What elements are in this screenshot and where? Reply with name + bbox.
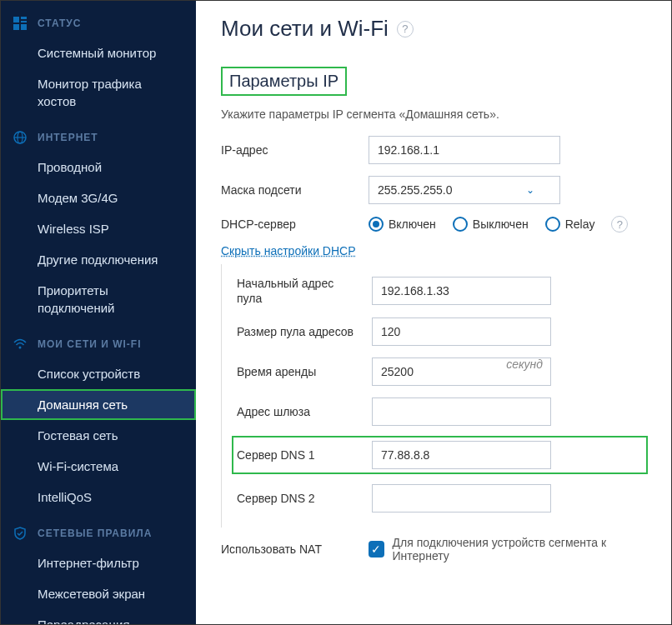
- row-dns2: Сервер DNS 2: [237, 484, 646, 512]
- sidebar-item-guest-network[interactable]: Гостевая сеть: [1, 420, 196, 451]
- section-desc: Укажите параметры IP сегмента «Домашняя …: [221, 108, 646, 121]
- label-pool-size: Размер пула адресов: [237, 324, 362, 339]
- nav-section-title: СЕТЕВЫЕ ПРАВИЛА: [38, 528, 152, 539]
- nav-section-header-networks[interactable]: МОИ СЕТИ И WI-FI: [1, 330, 196, 358]
- svg-point-8: [19, 347, 22, 349]
- shield-icon: [13, 526, 28, 541]
- row-gateway: Адрес шлюза: [237, 398, 646, 426]
- nat-checkbox-row: ✓ Для подключения устройств сегмента к И…: [369, 536, 646, 562]
- radio-dhcp-relay[interactable]: Relay: [545, 217, 595, 232]
- sidebar-item-home-network[interactable]: Домашняя сеть: [1, 389, 196, 420]
- row-lease-time: Время аренды секунд: [237, 358, 646, 386]
- radio-dhcp-off[interactable]: Выключен: [453, 217, 529, 232]
- row-pool-start: Начальный адрес пула: [237, 276, 646, 306]
- dhcp-radio-group: Включен Выключен Relay ?: [369, 216, 628, 232]
- input-wrap-lease: секунд: [372, 358, 551, 386]
- input-dns2[interactable]: [372, 484, 551, 512]
- row-ip-address: IP-адрес: [221, 136, 646, 164]
- nav-section-rules: СЕТЕВЫЕ ПРАВИЛА Интернет-фильтр Межсетев…: [1, 519, 196, 624]
- page-title-text: Мои сети и Wi-Fi: [221, 16, 389, 42]
- svg-rect-3: [13, 24, 19, 30]
- sidebar-item-device-list[interactable]: Список устройств: [1, 358, 196, 389]
- row-dns1: Сервер DNS 1: [233, 438, 646, 472]
- sidebar: СТАТУС Системный монитор Монитор трафика…: [1, 1, 196, 624]
- label-dns2: Сервер DNS 2: [237, 491, 362, 506]
- sidebar-item-traffic-monitor[interactable]: Монитор трафика хостов: [1, 68, 196, 117]
- sidebar-item-wireless-isp[interactable]: Wireless ISP: [1, 213, 196, 244]
- input-lease[interactable]: [372, 358, 551, 386]
- globe-icon: [13, 130, 28, 145]
- checkbox-nat[interactable]: ✓: [369, 541, 384, 558]
- nav-section-title: СТАТУС: [38, 18, 81, 29]
- section-title-ip: Параметры IP: [221, 67, 347, 96]
- nav-section-title: ИНТЕРНЕТ: [38, 132, 98, 143]
- input-pool-start[interactable]: [372, 277, 551, 305]
- select-mask[interactable]: 255.255.255.0 ⌄: [369, 176, 560, 204]
- radio-icon: [453, 217, 468, 232]
- input-dns1[interactable]: [372, 441, 551, 469]
- help-icon[interactable]: ?: [397, 21, 414, 38]
- radio-label: Relay: [565, 218, 595, 231]
- sidebar-item-forwarding[interactable]: Переадресация: [1, 609, 196, 624]
- input-pool-size[interactable]: [372, 318, 551, 346]
- wifi-icon: [13, 337, 28, 352]
- main-content: Мои сети и Wi-Fi ? Параметры IP Укажите …: [196, 1, 671, 624]
- sidebar-item-intelliqos[interactable]: IntelliQoS: [1, 482, 196, 512]
- radio-icon: [545, 217, 560, 232]
- nav-section-header-internet[interactable]: ИНТЕРНЕТ: [1, 123, 196, 152]
- link-hide-dhcp[interactable]: Скрыть настройки DHCP: [221, 244, 356, 258]
- label-nat: Использовать NAT: [221, 542, 359, 557]
- row-dhcp-server: DHCP-сервер Включен Выключен Relay ?: [221, 216, 646, 232]
- sidebar-item-wired[interactable]: Проводной: [1, 152, 196, 182]
- chevron-down-icon: ⌄: [526, 184, 534, 196]
- nav-section-header-status[interactable]: СТАТУС: [1, 9, 196, 38]
- svg-rect-1: [21, 17, 27, 19]
- row-nat: Использовать NAT ✓ Для подключения устро…: [221, 536, 646, 562]
- label-dhcp: DHCP-сервер: [221, 217, 359, 232]
- sidebar-item-system-monitor[interactable]: Системный монитор: [1, 38, 196, 68]
- nav-section-status: СТАТУС Системный монитор Монитор трафика…: [1, 9, 196, 117]
- radio-label: Выключен: [473, 218, 529, 231]
- radio-dhcp-on[interactable]: Включен: [369, 217, 436, 232]
- label-pool-start: Начальный адрес пула: [237, 276, 362, 306]
- nav-section-networks: МОИ СЕТИ И WI-FI Список устройств Домашн…: [1, 330, 196, 512]
- label-dns1: Сервер DNS 1: [237, 448, 362, 462]
- svg-rect-4: [21, 24, 27, 30]
- page-title: Мои сети и Wi-Fi ?: [221, 16, 646, 42]
- nav-section-internet: ИНТЕРНЕТ Проводной Модем 3G/4G Wireless …: [1, 123, 196, 323]
- row-subnet-mask: Маска подсети 255.255.255.0 ⌄: [221, 176, 646, 204]
- sidebar-item-wifi-system[interactable]: Wi-Fi-система: [1, 451, 196, 482]
- label-lease: Время аренды: [237, 364, 362, 379]
- row-pool-size: Размер пула адресов: [237, 318, 646, 346]
- label-ip: IP-адрес: [221, 142, 359, 158]
- svg-rect-2: [21, 21, 27, 22]
- svg-rect-0: [13, 17, 19, 22]
- sidebar-item-priority[interactable]: Приоритеты подключений: [1, 275, 196, 323]
- select-mask-value: 255.255.255.0: [378, 183, 453, 197]
- nat-desc: Для подключения устройств сегмента к Инт…: [393, 536, 646, 562]
- label-gateway: Адрес шлюза: [237, 404, 362, 419]
- dashboard-icon: [13, 16, 28, 31]
- sidebar-item-other-connections[interactable]: Другие подключения: [1, 244, 196, 275]
- nav-section-title: МОИ СЕТИ И WI-FI: [38, 338, 142, 350]
- help-icon[interactable]: ?: [611, 216, 628, 232]
- nav-section-header-rules[interactable]: СЕТЕВЫЕ ПРАВИЛА: [1, 519, 196, 548]
- radio-icon: [369, 217, 384, 232]
- radio-label: Включен: [389, 218, 436, 231]
- sidebar-item-firewall[interactable]: Межсетевой экран: [1, 578, 196, 609]
- input-ip[interactable]: [369, 136, 560, 164]
- dhcp-settings-block: Начальный адрес пула Размер пула адресов…: [221, 264, 646, 528]
- input-gateway[interactable]: [372, 398, 551, 426]
- sidebar-item-internet-filter[interactable]: Интернет-фильтр: [1, 548, 196, 578]
- sidebar-item-modem[interactable]: Модем 3G/4G: [1, 182, 196, 213]
- label-mask: Маска подсети: [221, 182, 359, 198]
